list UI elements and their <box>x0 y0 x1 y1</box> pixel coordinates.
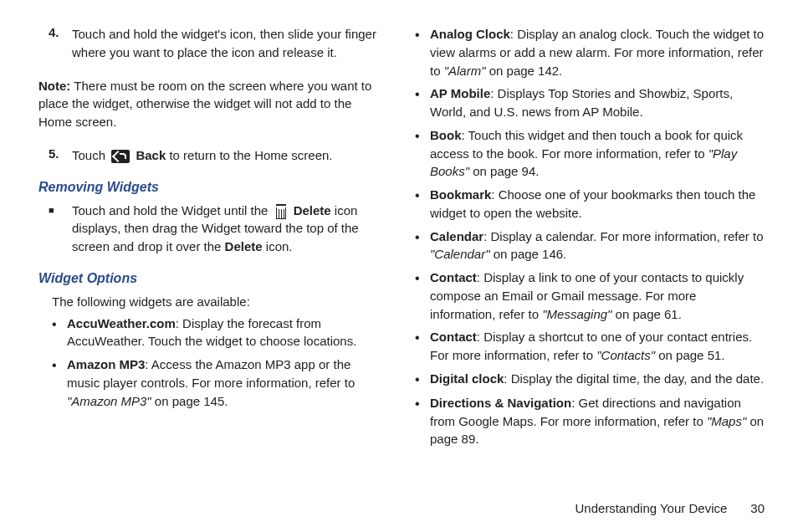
ref-title: "Calendar" <box>430 247 490 261</box>
bold-label: Delete <box>225 239 263 253</box>
bullet-dot: • <box>415 25 430 79</box>
note-block: Note:There must be room on the screen wh… <box>38 77 386 131</box>
intro-text: The following widgets are available: <box>52 293 386 311</box>
widget-name: Bookmark <box>430 187 491 202</box>
widget-desc: : Display the digital time, the day, and… <box>504 371 764 386</box>
list-item: •Bookmark: Choose one of your bookmarks … <box>415 186 765 223</box>
page-footer: Understanding Your Device 30 <box>33 496 765 515</box>
back-icon <box>111 150 130 163</box>
list-item: •Analog Clock: Display an analog clock. … <box>415 25 765 79</box>
bullet-dot: • <box>415 228 430 264</box>
ref-title: "Alarm" <box>444 64 486 78</box>
subhead-widget-options: Widget Options <box>38 271 386 286</box>
step-4: 4. Touch and hold the widget's icon, the… <box>49 25 386 62</box>
ref-title: "Amazon MP3" <box>67 394 151 408</box>
ref-page: on page 61. <box>611 307 681 321</box>
right-column: •Analog Clock: Display an analog clock. … <box>412 25 765 496</box>
step-text: Touch and hold the widget's icon, then s… <box>72 25 386 62</box>
ref-title: "Contacts" <box>596 348 655 362</box>
note-text: There must be room on the screen where y… <box>38 79 371 130</box>
text-fragment: icon. <box>263 239 293 253</box>
step-number: 5. <box>49 146 72 165</box>
widget-name: AccuWeather.com <box>67 316 176 330</box>
bold-label: Delete <box>294 203 331 217</box>
square-bullet-item: ■ Touch and hold the Widget until the De… <box>49 202 386 256</box>
list-item: •Book: Touch this widget and then touch … <box>415 126 765 181</box>
text-fragment: to return to the Home screen. <box>166 148 332 162</box>
square-bullet: ■ <box>49 202 72 256</box>
page-number: 30 <box>750 501 765 515</box>
ref-page: on page 51. <box>655 348 724 362</box>
step-text: Touch and hold the Widget until the Dele… <box>72 202 386 256</box>
list-item: •Contact: Display a shortcut to one of y… <box>415 328 765 365</box>
bullet-dot: • <box>415 84 430 121</box>
list-item: •Directions & Navigation: Get directions… <box>415 394 765 448</box>
text-fragment: Touch and hold the Widget until the <box>72 203 272 217</box>
list-item: •Digital clock: Display the digital time… <box>415 370 765 389</box>
list-item: •Contact: Display a link to one of your … <box>415 269 765 323</box>
bullet-dot: • <box>52 356 67 410</box>
section-title: Understanding Your Device <box>575 501 728 515</box>
list-item: • AccuWeather.com: Display the forecast … <box>52 315 386 351</box>
bullet-dot: • <box>415 394 430 448</box>
ref-page: on page 145. <box>151 394 228 408</box>
ref-title: "Maps" <box>707 414 746 428</box>
widget-name: AP Mobile <box>430 86 490 100</box>
bullet-dot: • <box>415 186 430 223</box>
list-item: •AP Mobile: Displays Top Stories and Sho… <box>415 84 765 121</box>
ref-page: on page 142. <box>486 64 563 78</box>
ref-page: on page 94. <box>469 164 539 178</box>
widget-name: Directions & Navigation <box>430 396 571 410</box>
widget-name: Digital clock <box>430 371 504 386</box>
widget-name: Contact <box>430 330 477 344</box>
step-number: 4. <box>49 25 72 62</box>
widget-desc: : Display a calendar. For more informati… <box>483 229 763 243</box>
widget-desc: : Touch this widget and then touch a boo… <box>430 128 743 161</box>
left-column: 4. Touch and hold the widget's icon, the… <box>33 25 386 496</box>
ref-title: "Messaging" <box>542 307 611 321</box>
bold-label: Back <box>136 148 166 162</box>
delete-icon <box>274 204 288 219</box>
bullet-dot: • <box>415 328 430 365</box>
note-label: Note: <box>38 79 70 93</box>
step-text: Touch Back to return to the Home screen. <box>72 146 333 165</box>
subhead-removing-widgets: Removing Widgets <box>38 180 386 195</box>
widget-name: Analog Clock <box>430 27 510 41</box>
step-5: 5. Touch Back to return to the Home scre… <box>49 146 386 165</box>
bullet-dot: • <box>415 126 430 181</box>
list-item: •Calendar: Display a calendar. For more … <box>415 228 765 264</box>
list-item: • Amazon MP3: Access the Amazon MP3 app … <box>52 356 386 410</box>
widget-name: Amazon MP3 <box>67 357 145 371</box>
bullet-dot: • <box>52 315 67 351</box>
widget-name: Book <box>430 128 462 142</box>
widget-name: Contact <box>430 270 477 284</box>
bullet-dot: • <box>415 269 430 323</box>
ref-page: on page 146. <box>490 247 567 261</box>
text-fragment: Touch <box>72 148 109 162</box>
bullet-dot: • <box>415 370 430 389</box>
widget-name: Calendar <box>430 229 483 243</box>
